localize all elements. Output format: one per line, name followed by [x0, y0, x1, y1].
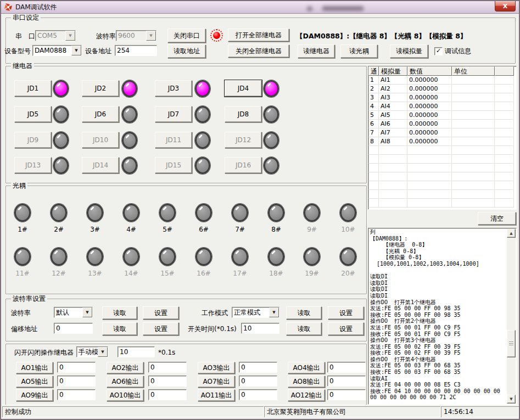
relay-button-JD12[interactable]: JD12 [225, 132, 262, 148]
table-row[interactable]: 3AI30.000000 [368, 93, 516, 102]
offset-set-button[interactable]: 设置 [143, 322, 179, 335]
baud-set-button[interactable]: 设置 [143, 306, 179, 320]
switch-time-read-button[interactable]: 读取 [286, 322, 322, 335]
close-button[interactable]: X [495, 1, 516, 12]
switch-time-set-button[interactable]: 设置 [328, 322, 364, 335]
table-row[interactable]: 5AI50.000000 [368, 111, 516, 120]
table-row[interactable]: 4AI40.000000 [368, 102, 516, 111]
table-row[interactable]: 1AI10.000000 [368, 76, 516, 85]
table-row[interactable] [368, 146, 516, 155]
table-row[interactable] [368, 155, 516, 164]
flash-mode-select[interactable]: 手动模式 ▼ [76, 346, 108, 357]
relay-button-JD6[interactable]: JD6 [82, 106, 119, 122]
relay-button-JD9[interactable]: JD9 [14, 132, 52, 148]
relay-button-JD1[interactable]: JD1 [14, 80, 52, 97]
relay-button-JD3[interactable]: JD3 [155, 80, 192, 97]
table-row[interactable] [368, 172, 516, 181]
relay-button-JD14[interactable]: JD14 [82, 157, 119, 173]
ao-input-AO12输出[interactable]: 0 [327, 389, 366, 400]
ao-button-AO12输出[interactable]: AO12输出 [288, 389, 325, 401]
scrollbar-thumb[interactable] [507, 330, 516, 357]
work-mode-select[interactable]: 正常模式 ▼ [232, 307, 279, 318]
ao-button-AO6输出[interactable]: AO6输出 [107, 376, 144, 388]
relay-button-JD11[interactable]: JD11 [155, 132, 192, 148]
title-bar[interactable]: DAM调试软件 X [1, 1, 519, 14]
ao-button-AO7输出[interactable]: AO7输出 [198, 376, 235, 388]
debug-label: 调试信息 [445, 47, 471, 55]
relay-button-JD8[interactable]: JD8 [225, 106, 262, 122]
baud-setting-select[interactable]: 默认 ▼ [54, 307, 93, 318]
relay-led-JD2 [122, 80, 137, 97]
scroll-down-icon[interactable]: ▼ [507, 395, 516, 404]
table-row[interactable] [368, 199, 516, 208]
ao-input-AO6输出[interactable]: 0 [148, 376, 187, 387]
baud-select[interactable]: 9600 ▼ [116, 30, 156, 41]
ao-input-AO7输出[interactable]: 0 [239, 376, 277, 387]
relay-button-JD15[interactable]: JD15 [155, 157, 192, 173]
log-scrollbar[interactable]: ▲ ▼ [507, 229, 516, 404]
relay-button-JD5[interactable]: JD5 [14, 106, 52, 122]
opto-led-18# [268, 248, 284, 266]
read-relay-button[interactable]: 读继电器 [298, 44, 335, 58]
column-header-单位[interactable]: 单位 [452, 66, 495, 76]
column-header-extra[interactable] [495, 66, 514, 76]
ao-input-AO2输出[interactable]: 0 [148, 362, 187, 373]
table-cell: AI1 [379, 76, 407, 85]
work-mode-set-button[interactable]: 设置 [328, 306, 364, 320]
device-address-input[interactable]: 254 [115, 45, 157, 56]
ao-input-AO10输出[interactable]: 0 [148, 389, 187, 400]
ao-button-AO9输出[interactable]: AO9输出 [16, 389, 53, 401]
table-cell [452, 120, 495, 128]
relay-button-JD4[interactable]: JD4 [225, 80, 262, 97]
table-row[interactable] [368, 190, 516, 199]
ao-input-AO1输出[interactable]: 0 [57, 362, 96, 373]
offset-input[interactable]: 0 [54, 323, 93, 334]
column-header-通[interactable]: 通 [368, 66, 379, 76]
ao-input-AO9输出[interactable]: 0 [57, 389, 96, 400]
clear-log-button[interactable]: 清空 [478, 212, 516, 225]
ao-button-AO11输出[interactable]: AO11输出 [198, 389, 235, 401]
ao-input-AO3输出[interactable]: 0 [239, 362, 277, 373]
log-panel[interactable]: 列 【DAM0888】: 【继电器 0-8】 【光耦 0-8】 【模拟量 0-8… [368, 228, 517, 405]
relay-button-JD10[interactable]: JD10 [82, 132, 119, 148]
column-header-模拟量[interactable]: 模拟量 [379, 66, 407, 76]
table-row[interactable] [368, 164, 516, 172]
switch-time-input[interactable]: 10 [241, 323, 279, 334]
relay-button-JD2[interactable]: JD2 [82, 80, 119, 97]
open-all-relays-button[interactable]: 打开全部继电器 [228, 29, 289, 42]
ao-button-AO2输出[interactable]: AO2输出 [107, 362, 144, 374]
ao-input-AO8输出[interactable]: 0 [327, 376, 366, 387]
baud-read-button[interactable]: 读取 [102, 306, 137, 320]
read-analog-button[interactable]: 读模拟量 [390, 44, 428, 58]
table-row[interactable]: 7AI70.000000 [368, 128, 516, 137]
table-row[interactable]: 6AI60.000000 [368, 120, 516, 128]
ao-button-AO1输出[interactable]: AO1输出 [16, 362, 53, 374]
read-address-button[interactable]: 读取地址 [167, 44, 206, 58]
table-row[interactable] [368, 181, 516, 190]
offset-read-button[interactable]: 读取 [102, 322, 137, 335]
relay-button-JD16[interactable]: JD16 [225, 157, 262, 173]
close-port-button[interactable]: 关闭串口 [167, 29, 206, 43]
scroll-up-icon[interactable]: ▲ [507, 229, 516, 238]
ao-input-AO5输出[interactable]: 0 [57, 376, 96, 387]
close-all-relays-button[interactable]: 关闭全部继电器 [228, 44, 289, 58]
relay-button-JD13[interactable]: JD13 [14, 157, 52, 173]
ao-button-AO8输出[interactable]: AO8输出 [288, 376, 325, 388]
ao-input-AO4输出[interactable]: 0 [327, 362, 366, 373]
table-row[interactable]: 2AI20.000000 [368, 85, 516, 93]
read-opto-button[interactable]: 读光耦 [340, 44, 378, 58]
ao-button-AO10输出[interactable]: AO10输出 [107, 389, 144, 401]
flash-time-input[interactable]: 10 [118, 346, 155, 357]
device-model-select[interactable]: DAM0888 ▼ [32, 45, 82, 56]
ao-button-AO4输出[interactable]: AO4输出 [288, 362, 325, 374]
column-header-数值[interactable]: 数值 [407, 66, 452, 76]
ao-button-AO3输出[interactable]: AO3输出 [198, 362, 235, 374]
relay-button-JD7[interactable]: JD7 [155, 106, 192, 122]
port-select[interactable]: COM5 ▼ [35, 30, 76, 41]
debug-checkbox[interactable] [434, 47, 443, 55]
work-mode-read-button[interactable]: 读取 [286, 306, 322, 320]
table-row[interactable]: 8AI80.000000 [368, 137, 516, 146]
opto-label-8#: 8# [264, 226, 288, 233]
ao-input-AO11输出[interactable]: 0 [239, 389, 277, 400]
ao-button-AO5输出[interactable]: AO5输出 [16, 376, 53, 388]
